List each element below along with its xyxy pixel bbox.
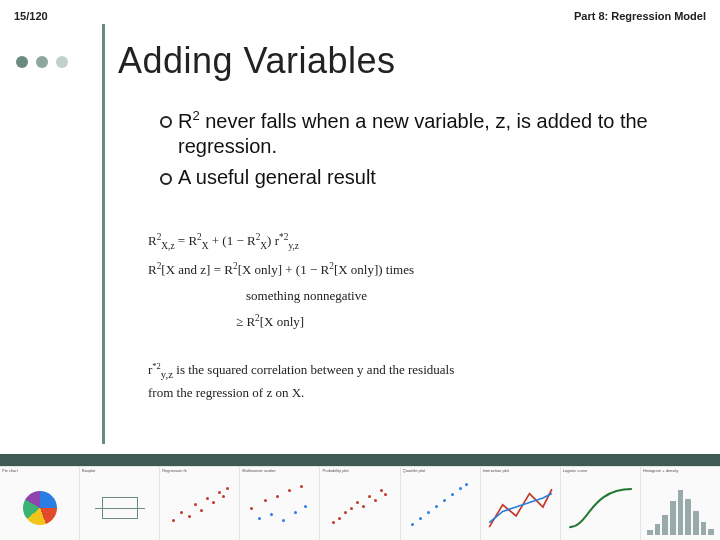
bullet-text: A useful general result: [178, 166, 376, 188]
slide: 15/120 Part 8: Regression Model Adding V…: [0, 0, 720, 540]
dot-icon: [56, 56, 68, 68]
math-line: something nonnegative: [148, 285, 668, 307]
thumbnail: [0, 467, 80, 540]
page-number: 15/120: [14, 10, 48, 22]
boxplot-icon: [102, 497, 138, 519]
dot-icon: [36, 56, 48, 68]
histogram-icon: [647, 485, 714, 535]
math-line: R2X,z = R2X + (1 − R2X) r*2y,z: [148, 230, 668, 255]
footer-band: [0, 454, 720, 466]
thumbnail: [561, 467, 641, 540]
curve-icon: [567, 479, 634, 535]
thumbnail: [481, 467, 561, 540]
bullet-text: R2 never falls when a new variable, z, i…: [178, 110, 648, 157]
pie-icon: [23, 491, 57, 525]
note-line: from the regression of z on X.: [148, 383, 668, 404]
bullet-list: R2 never falls when a new variable, z, i…: [160, 108, 660, 196]
thumbnail: [641, 467, 720, 540]
dot-icon: [16, 56, 28, 68]
header: 15/120 Part 8: Regression Model: [0, 8, 720, 28]
part-label: Part 8: Regression Model: [574, 10, 706, 22]
thumbnail-strip: [0, 466, 720, 540]
math-line: R2[X and z] = R2[X only] + (1 − R2[X onl…: [148, 259, 668, 281]
thumbnail: [240, 467, 320, 540]
accent-dots: [16, 56, 68, 68]
math-block: R2X,z = R2X + (1 − R2X) r*2y,z R2[X and …: [148, 230, 668, 338]
accent-bar: [102, 24, 105, 444]
thumbnail: [80, 467, 160, 540]
line-icon: [487, 479, 554, 535]
note-line: r*2y,z is the squared correlation betwee…: [148, 360, 668, 383]
slide-title: Adding Variables: [118, 40, 396, 82]
bullet-item: R2 never falls when a new variable, z, i…: [160, 108, 660, 159]
thumbnail: [320, 467, 400, 540]
thumbnail: [401, 467, 481, 540]
thumbnail: [160, 467, 240, 540]
math-note: r*2y,z is the squared correlation betwee…: [148, 360, 668, 404]
bullet-item: A useful general result: [160, 165, 660, 190]
math-line: ≥ R2[X only]: [148, 311, 668, 333]
